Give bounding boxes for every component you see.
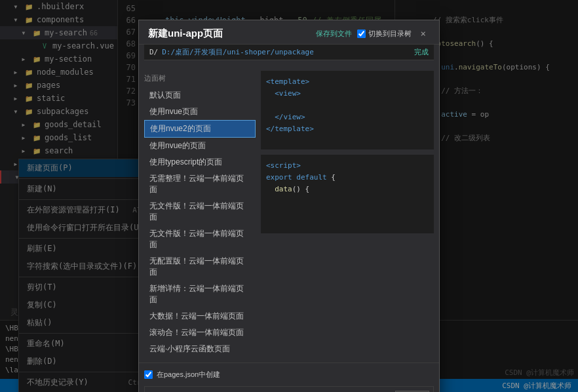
template-item-nvue[interactable]: 使用nvue页面	[144, 104, 256, 120]
modal-overlay: 新建uni-app页面 保存到文件 切换到目录树 × D/ D:/桌面/开发项目…	[0, 0, 578, 392]
save-to-file-link[interactable]: 保存到文件	[316, 29, 352, 39]
modal-right: <template> <view> </view> </template> <s…	[261, 71, 434, 357]
template-item-cloud[interactable]: 云端·小程序云函数页面	[144, 341, 256, 357]
template-item-scroll[interactable]: 滚动合！云端一体前端页面	[144, 324, 256, 341]
template-item-nvue3[interactable]: 使用nvue的页面	[144, 138, 256, 154]
style-section: 选择App和小程序的分栏： 无栏 // 配置页面样式, 参考 https://u…	[144, 386, 434, 392]
pages-json-checkbox[interactable]: 在pages.json中创建	[144, 367, 434, 382]
modal-title: 新建uni-app页面	[148, 28, 223, 40]
switch-to-tree-label[interactable]: 切换到目录树	[357, 29, 412, 39]
template-item-no-config[interactable]: 无需整理！云端一体前端页面	[144, 170, 256, 198]
template-item-nvue2[interactable]: 使用nvue2的页面	[144, 120, 256, 138]
path-text: D:/桌面/开发项目/uni-shoper/unpackage	[162, 47, 314, 57]
modal-actions: 保存到文件 切换到目录树 ×	[316, 27, 430, 40]
switch-to-tree-checkbox[interactable]	[357, 29, 366, 38]
path-label: D/	[149, 48, 158, 56]
pages-json-checkbox-input[interactable]	[144, 370, 153, 379]
template-item-default[interactable]: 默认页面	[144, 87, 256, 104]
template-item-detail[interactable]: 新增详情：云端一体前端页面	[144, 281, 256, 308]
section-title: 边面树	[144, 71, 256, 87]
modal-body: 边面树 默认页面 使用nvue页面 使用nvue2的页面 使用nvue的页面 使…	[139, 66, 439, 363]
modal-footer-section: 在pages.json中创建 选择App和小程序的分栏： 无栏 // 配置页面样…	[139, 363, 439, 392]
modal-left: 边面树 默认页面 使用nvue页面 使用nvue2的页面 使用nvue的页面 使…	[144, 71, 256, 357]
done-label[interactable]: 完成	[414, 47, 429, 57]
modal-header: 新建uni-app页面 保存到文件 切换到目录树 ×	[139, 20, 439, 45]
code-preview: <template> <view> </view> </template>	[261, 71, 434, 149]
new-page-modal: 新建uni-app页面 保存到文件 切换到目录树 × D/ D:/桌面/开发项目…	[138, 20, 440, 392]
close-button[interactable]: ×	[417, 27, 430, 40]
template-item-no-config2[interactable]: 无配置版！云端一体前端页面	[144, 253, 256, 281]
template-item-no-file2[interactable]: 无文件版！云端一体前端页面	[144, 225, 256, 253]
template-item-large[interactable]: 大数据！云端一体前端页面	[144, 308, 256, 324]
script-preview: <script> export default { data() {	[261, 155, 434, 233]
checkbox-label-text: 切换到目录树	[368, 29, 412, 39]
template-item-no-file[interactable]: 无文件版！云端一体前端页面	[144, 198, 256, 225]
template-list: 默认页面 使用nvue页面 使用nvue2的页面 使用nvue的页面 使用typ…	[144, 87, 256, 357]
template-item-typescript[interactable]: 使用typescript的页面	[144, 154, 256, 170]
modal-path-bar: D/ D:/桌面/开发项目/uni-shoper/unpackage 完成	[144, 45, 434, 60]
pages-json-label: 在pages.json中创建	[157, 370, 220, 380]
